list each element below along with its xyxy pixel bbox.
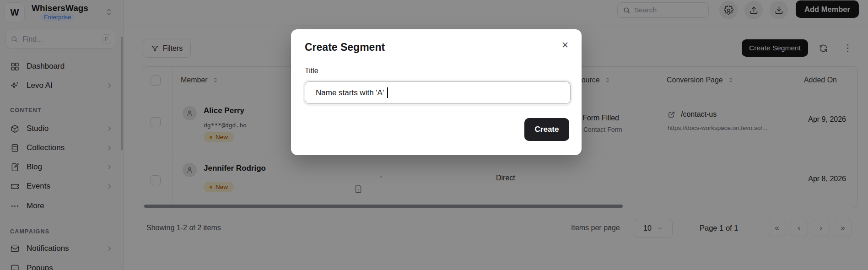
app-window: W WhisersWags Enterprise F Dashboard Lev…	[0, 0, 868, 270]
modal-title: Create Segment	[305, 41, 385, 54]
close-icon[interactable]: ✕	[559, 38, 571, 51]
create-segment-modal: Create Segment ✕ Title Create	[291, 29, 582, 155]
title-input[interactable]	[305, 81, 571, 104]
title-field-label: Title	[305, 67, 318, 75]
create-button[interactable]: Create	[524, 118, 569, 141]
text-cursor	[387, 87, 388, 98]
title-field	[305, 81, 571, 104]
